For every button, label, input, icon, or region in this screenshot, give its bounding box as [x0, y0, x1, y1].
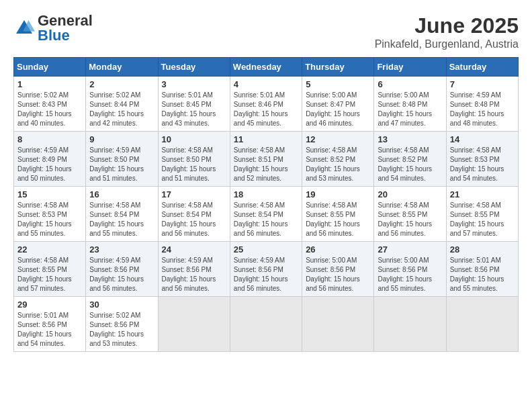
calendar-header-row: Sunday Monday Tuesday Wednesday Thursday…	[14, 58, 519, 77]
day-info: Sunrise: 4:58 AM Sunset: 8:52 PM Dayligh…	[306, 146, 370, 183]
day-info: Sunrise: 4:58 AM Sunset: 8:55 PM Dayligh…	[450, 201, 515, 238]
day-number: 26	[306, 244, 370, 255]
day-info: Sunrise: 4:59 AM Sunset: 8:56 PM Dayligh…	[162, 256, 226, 293]
day-info: Sunrise: 5:00 AM Sunset: 8:56 PM Dayligh…	[378, 256, 442, 293]
col-monday: Monday	[86, 58, 158, 77]
day-info: Sunrise: 5:01 AM Sunset: 8:45 PM Dayligh…	[162, 91, 226, 128]
table-row: 1 Sunrise: 5:02 AM Sunset: 8:43 PM Dayli…	[14, 77, 86, 132]
day-number: 13	[378, 134, 442, 144]
table-row: 30 Sunrise: 5:02 AM Sunset: 8:56 PM Dayl…	[86, 297, 158, 352]
logo-icon	[13, 17, 35, 39]
table-row: 5 Sunrise: 5:00 AM Sunset: 8:47 PM Dayli…	[302, 77, 374, 132]
day-info: Sunrise: 5:02 AM Sunset: 8:44 PM Dayligh…	[89, 91, 154, 128]
day-info: Sunrise: 4:59 AM Sunset: 8:48 PM Dayligh…	[450, 91, 515, 128]
day-info: Sunrise: 5:01 AM Sunset: 8:56 PM Dayligh…	[450, 256, 515, 293]
table-row: 11 Sunrise: 4:58 AM Sunset: 8:51 PM Dayl…	[230, 132, 302, 187]
table-row: 20 Sunrise: 4:58 AM Sunset: 8:55 PM Dayl…	[374, 187, 446, 242]
table-row: 4 Sunrise: 5:01 AM Sunset: 8:46 PM Dayli…	[230, 77, 302, 132]
day-number: 14	[450, 134, 515, 144]
table-row: 3 Sunrise: 5:01 AM Sunset: 8:45 PM Dayli…	[158, 77, 230, 132]
day-number: 4	[234, 79, 298, 89]
day-number: 28	[450, 244, 515, 255]
day-number: 15	[17, 189, 82, 199]
table-row	[446, 297, 518, 352]
table-row: 9 Sunrise: 4:59 AM Sunset: 8:50 PM Dayli…	[86, 132, 158, 187]
logo: General Blue	[13, 13, 93, 43]
day-info: Sunrise: 4:59 AM Sunset: 8:56 PM Dayligh…	[89, 256, 154, 293]
col-saturday: Saturday	[446, 58, 518, 77]
day-info: Sunrise: 4:58 AM Sunset: 8:54 PM Dayligh…	[89, 201, 154, 238]
table-row: 29 Sunrise: 5:01 AM Sunset: 8:56 PM Dayl…	[14, 297, 86, 352]
day-number: 20	[378, 189, 442, 199]
table-row: 18 Sunrise: 4:58 AM Sunset: 8:54 PM Dayl…	[230, 187, 302, 242]
day-number: 25	[234, 244, 298, 255]
day-info: Sunrise: 5:02 AM Sunset: 8:43 PM Dayligh…	[17, 91, 82, 128]
day-number: 19	[306, 189, 370, 199]
table-row: 13 Sunrise: 4:58 AM Sunset: 8:52 PM Dayl…	[374, 132, 446, 187]
table-row: 14 Sunrise: 4:58 AM Sunset: 8:53 PM Dayl…	[446, 132, 518, 187]
day-number: 5	[306, 79, 370, 89]
day-number: 21	[450, 189, 515, 199]
col-tuesday: Tuesday	[158, 58, 230, 77]
day-info: Sunrise: 4:58 AM Sunset: 8:53 PM Dayligh…	[450, 146, 515, 183]
day-info: Sunrise: 4:58 AM Sunset: 8:54 PM Dayligh…	[234, 201, 298, 238]
day-info: Sunrise: 4:58 AM Sunset: 8:55 PM Dayligh…	[306, 201, 370, 238]
day-number: 18	[234, 189, 298, 199]
day-info: Sunrise: 4:58 AM Sunset: 8:54 PM Dayligh…	[162, 201, 226, 238]
day-number: 9	[89, 134, 154, 144]
day-info: Sunrise: 4:58 AM Sunset: 8:53 PM Dayligh…	[17, 201, 82, 238]
day-number: 3	[162, 79, 226, 89]
day-number: 17	[162, 189, 226, 199]
col-friday: Friday	[374, 58, 446, 77]
day-number: 12	[306, 134, 370, 144]
page-container: General Blue June 2025 Pinkafeld, Burgen…	[13, 13, 519, 352]
table-row: 19 Sunrise: 4:58 AM Sunset: 8:55 PM Dayl…	[302, 187, 374, 242]
table-row: 26 Sunrise: 5:00 AM Sunset: 8:56 PM Dayl…	[302, 242, 374, 297]
day-info: Sunrise: 5:00 AM Sunset: 8:56 PM Dayligh…	[306, 256, 370, 293]
day-number: 23	[89, 244, 154, 255]
day-info: Sunrise: 4:58 AM Sunset: 8:55 PM Dayligh…	[17, 256, 82, 293]
table-row: 21 Sunrise: 4:58 AM Sunset: 8:55 PM Dayl…	[446, 187, 518, 242]
day-number: 8	[17, 134, 82, 144]
day-number: 7	[450, 79, 515, 89]
col-sunday: Sunday	[14, 58, 86, 77]
day-info: Sunrise: 4:58 AM Sunset: 8:52 PM Dayligh…	[378, 146, 442, 183]
table-row: 15 Sunrise: 4:58 AM Sunset: 8:53 PM Dayl…	[14, 187, 86, 242]
logo-blue-text: Blue	[38, 27, 70, 44]
day-info: Sunrise: 5:01 AM Sunset: 8:56 PM Dayligh…	[17, 311, 82, 349]
title-section: June 2025 Pinkafeld, Burgenland, Austria	[375, 13, 519, 50]
table-row: 7 Sunrise: 4:59 AM Sunset: 8:48 PM Dayli…	[446, 77, 518, 132]
table-row: 16 Sunrise: 4:58 AM Sunset: 8:54 PM Dayl…	[86, 187, 158, 242]
day-number: 1	[17, 79, 82, 89]
day-number: 22	[17, 244, 82, 255]
table-row: 8 Sunrise: 4:59 AM Sunset: 8:49 PM Dayli…	[14, 132, 86, 187]
table-row	[230, 297, 302, 352]
main-title: June 2025	[375, 13, 519, 38]
day-info: Sunrise: 4:58 AM Sunset: 8:55 PM Dayligh…	[378, 201, 442, 238]
table-row: 23 Sunrise: 4:59 AM Sunset: 8:56 PM Dayl…	[86, 242, 158, 297]
table-row: 25 Sunrise: 4:59 AM Sunset: 8:56 PM Dayl…	[230, 242, 302, 297]
table-row: 27 Sunrise: 5:00 AM Sunset: 8:56 PM Dayl…	[374, 242, 446, 297]
col-thursday: Thursday	[302, 58, 374, 77]
calendar-table: Sunday Monday Tuesday Wednesday Thursday…	[13, 57, 519, 352]
table-row	[158, 297, 230, 352]
table-row	[374, 297, 446, 352]
day-number: 16	[89, 189, 154, 199]
day-number: 27	[378, 244, 442, 255]
day-number: 29	[17, 300, 82, 310]
day-number: 30	[89, 300, 154, 310]
table-row: 28 Sunrise: 5:01 AM Sunset: 8:56 PM Dayl…	[446, 242, 518, 297]
day-info: Sunrise: 5:01 AM Sunset: 8:46 PM Dayligh…	[234, 91, 298, 128]
day-info: Sunrise: 4:59 AM Sunset: 8:56 PM Dayligh…	[234, 256, 298, 293]
day-info: Sunrise: 4:59 AM Sunset: 8:49 PM Dayligh…	[17, 146, 82, 183]
table-row	[302, 297, 374, 352]
table-row: 12 Sunrise: 4:58 AM Sunset: 8:52 PM Dayl…	[302, 132, 374, 187]
day-info: Sunrise: 5:02 AM Sunset: 8:56 PM Dayligh…	[89, 311, 154, 349]
day-number: 2	[89, 79, 154, 89]
day-info: Sunrise: 4:58 AM Sunset: 8:51 PM Dayligh…	[234, 146, 298, 183]
table-row: 6 Sunrise: 5:00 AM Sunset: 8:48 PM Dayli…	[374, 77, 446, 132]
day-number: 6	[378, 79, 442, 89]
col-wednesday: Wednesday	[230, 58, 302, 77]
day-info: Sunrise: 5:00 AM Sunset: 8:47 PM Dayligh…	[306, 91, 370, 128]
table-row: 10 Sunrise: 4:58 AM Sunset: 8:50 PM Dayl…	[158, 132, 230, 187]
